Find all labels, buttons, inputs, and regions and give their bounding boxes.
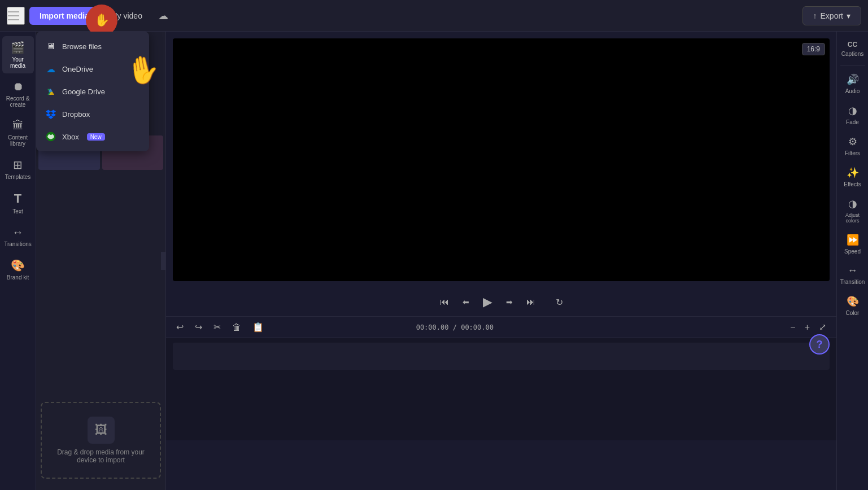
right-item-adjust-colors[interactable]: ◑ Adjust colors [838, 193, 867, 228]
right-item-captions[interactable]: CC Captions [838, 36, 867, 62]
expand-button[interactable]: ⤢ [815, 320, 830, 334]
record-icon: ⏺ [12, 80, 24, 93]
right-item-speed[interactable]: ⏩ Speed [838, 229, 867, 259]
timeline-toolbar: ↩ ↪ ✂ 🗑 📋 00:00.00 / 00:00.00 [166, 317, 836, 338]
zoom-in-icon: + [805, 322, 810, 332]
sidebar-label-record: Record & create [5, 95, 32, 108]
dropdown-label-browse: Browse files [62, 42, 102, 51]
fade-icon: ◑ [848, 104, 857, 117]
right-item-fade[interactable]: ◑ Fade [838, 100, 867, 130]
import-dropdown: 🖥 Browse files ☁ OneDrive Google Drive [36, 32, 149, 151]
help-icon: ? [817, 339, 823, 351]
right-item-transition[interactable]: ↔ Transition [838, 260, 867, 290]
dropdown-label-googledrive: Google Drive [62, 88, 105, 96]
speed-icon: ⏩ [847, 234, 859, 246]
playback-controls: ⏮ ⬅ ▶ ➡ ⏭ ↻ [166, 288, 836, 316]
cut-button[interactable]: ✂ [210, 320, 224, 334]
brand-kit-icon: 🎨 [11, 259, 25, 272]
googledrive-icon [45, 86, 56, 97]
right-label-captions: Captions [841, 51, 863, 57]
your-media-icon: 🎬 [11, 41, 25, 54]
help-button[interactable]: ? [809, 334, 830, 355]
redo-icon: ↪ [195, 322, 202, 332]
transition-icon: ↔ [848, 265, 858, 277]
timeline-track-area [166, 338, 836, 440]
sidebar-item-transitions[interactable]: ↔ Transitions [2, 221, 34, 252]
zoom-out-icon: − [790, 322, 795, 332]
undo-button[interactable]: ↩ [173, 320, 187, 334]
sidebar-item-templates[interactable]: ⊞ Templates [2, 154, 34, 185]
aspect-ratio-badge: 16:9 [802, 43, 825, 55]
xbox-new-badge: New [87, 133, 105, 141]
loop-button[interactable]: ↻ [553, 295, 565, 310]
timeline-track[interactable] [173, 343, 830, 370]
extra-button[interactable]: 📋 [249, 320, 267, 334]
drop-icon: 🖼 [88, 417, 115, 444]
dropdown-item-dropbox[interactable]: Dropbox [36, 103, 149, 125]
monitor-icon: 🖥 [45, 41, 56, 52]
adjust-colors-icon: ◑ [848, 198, 857, 210]
topbar: Import media ✋ My video ☁ ↑ Export ▾ [0, 0, 868, 32]
dropdown-item-xbox[interactable]: Xbox New [36, 125, 149, 148]
right-item-effects[interactable]: ✨ Effects [838, 162, 867, 192]
transitions-icon: ↔ [12, 226, 24, 239]
expand-icon: ⤢ [819, 322, 826, 332]
sidebar-label-brand-kit: Brand kit [7, 274, 29, 281]
drop-area[interactable]: 🖼 Drag & drop media from your device to … [41, 402, 161, 479]
dropdown-label-dropbox: Dropbox [62, 110, 90, 119]
timeline-section: ↩ ↪ ✂ 🗑 📋 00:00.00 / 00:00.00 [166, 316, 836, 440]
skip-forward-icon: ⏭ [526, 297, 535, 307]
dropdown-label-xbox: Xbox [62, 133, 79, 141]
time-total: 00:00.00 [461, 323, 494, 331]
xbox-icon [45, 131, 56, 142]
right-label-speed: Speed [844, 248, 861, 255]
sidebar-item-content-library[interactable]: 🏛 Content library [2, 115, 34, 151]
dropdown-item-onedrive[interactable]: ☁ OneDrive [36, 58, 149, 80]
cut-icon: ✂ [213, 322, 221, 332]
right-label-audio: Audio [845, 88, 860, 94]
dropdown-item-browse[interactable]: 🖥 Browse files [36, 35, 149, 58]
video-canvas: 16:9 [173, 38, 830, 281]
sidebar-item-brand-kit[interactable]: 🎨 Brand kit [2, 254, 34, 285]
collapse-panel-button[interactable]: ‹ [161, 252, 166, 270]
right-item-color[interactable]: 🎨 Color [838, 291, 867, 321]
sidebar-item-record[interactable]: ⏺ Record & create [2, 76, 34, 112]
dropdown-label-onedrive: OneDrive [62, 65, 93, 73]
zoom-out-button[interactable]: − [787, 320, 799, 334]
left-sidebar: 🎬 Your media ⏺ Record & create 🏛 Content… [0, 32, 36, 490]
right-label-fade: Fade [846, 119, 859, 125]
dropdown-item-googledrive[interactable]: Google Drive [36, 80, 149, 103]
sidebar-label-content-library: Content library [5, 134, 32, 147]
sidebar-item-your-media[interactable]: 🎬 Your media [2, 36, 34, 73]
onedrive-icon: ☁ [45, 63, 56, 75]
frame-forward-icon: ➡ [506, 298, 513, 307]
loop-icon: ↻ [556, 298, 563, 307]
filters-icon: ⚙ [848, 135, 857, 148]
audio-icon: 🔊 [847, 73, 859, 86]
right-item-filters[interactable]: ⚙ Filters [838, 131, 867, 161]
right-label-transition: Transition [840, 279, 865, 285]
hamburger-button[interactable] [7, 7, 25, 25]
redo-button[interactable]: ↪ [191, 320, 206, 334]
skip-forward-button[interactable]: ⏭ [524, 295, 538, 309]
skip-back-icon: ⏮ [440, 297, 449, 307]
time-current: 00:00.00 [416, 323, 449, 331]
right-label-filters: Filters [845, 150, 860, 156]
frame-back-button[interactable]: ⬅ [460, 295, 472, 309]
zoom-in-button[interactable]: + [801, 320, 813, 334]
color-icon: 🎨 [847, 295, 859, 308]
delete-button[interactable]: 🗑 [229, 321, 245, 334]
drop-text: Drag & drop media from your device to im… [49, 448, 153, 464]
skip-back-button[interactable]: ⏮ [438, 295, 451, 309]
cloud-button[interactable]: ☁ [154, 7, 173, 24]
frame-forward-button[interactable]: ➡ [504, 295, 515, 309]
time-separator: / [453, 323, 461, 331]
right-item-audio[interactable]: 🔊 Audio [838, 69, 867, 99]
play-button[interactable]: ▶ [481, 292, 495, 312]
sidebar-label-transitions: Transitions [4, 241, 32, 247]
right-label-adjust-colors: Adjust colors [840, 212, 865, 224]
main-layout: 🎬 Your media ⏺ Record & create 🏛 Content… [0, 32, 868, 490]
media-panel: 🖥 Browse files ☁ OneDrive Google Drive [36, 32, 166, 490]
sidebar-item-text[interactable]: T Text [2, 187, 34, 219]
export-button[interactable]: ↑ Export ▾ [802, 6, 861, 25]
